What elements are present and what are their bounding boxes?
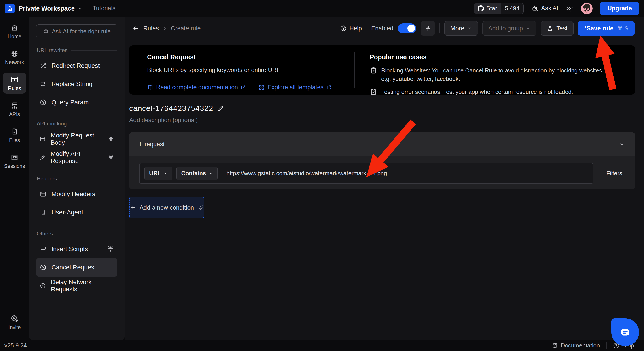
tab-tutorials[interactable]: Tutorials	[92, 5, 116, 12]
sidebar-item-invite[interactable]: Invite	[3, 312, 26, 333]
browser-window-icon	[40, 191, 46, 198]
pin-button[interactable]	[420, 21, 435, 36]
rule-type-delay-network-requests[interactable]: Delay Network Requests	[36, 276, 118, 295]
rule-type-replace-string[interactable]: Replace String	[36, 75, 118, 93]
condition-row: URL Contains https://www.gstatic.com/ais…	[129, 156, 635, 189]
back-arrow-icon[interactable]	[132, 25, 139, 32]
help-circle-icon	[340, 25, 347, 32]
rail-label: Files	[9, 137, 20, 143]
rule-type-modify-headers[interactable]: Modify Headers	[36, 185, 118, 203]
robot-icon	[43, 28, 49, 34]
sidebar-item-apis[interactable]: APIs	[3, 98, 26, 120]
server-icon	[11, 102, 18, 109]
enabled-toggle[interactable]	[398, 24, 416, 33]
rule-type-redirect-request[interactable]: Redirect Request	[36, 56, 118, 75]
help-label: Help	[350, 25, 362, 32]
save-shortcut: ⌘ S	[617, 25, 628, 32]
breadcrumb-rules[interactable]: Rules	[143, 25, 159, 32]
shuffle-icon	[40, 62, 46, 69]
explore-templates-label: Explore all templates	[268, 84, 324, 91]
clipboard-check-icon	[370, 88, 377, 96]
if-request-card: If request URL Contains https://www.gsta…	[129, 132, 635, 189]
more-label: More	[450, 25, 464, 32]
rule-type-label: Modify Headers	[52, 190, 95, 198]
add-new-condition-button[interactable]: Add a new condition	[129, 197, 204, 218]
banner-title: Cancel Request	[147, 54, 346, 61]
rule-description-placeholder[interactable]: Add description (optional)	[129, 117, 635, 124]
sidebar-item-sessions[interactable]: Sessions	[3, 150, 26, 172]
source-key-dropdown[interactable]: URL	[144, 166, 172, 180]
section-url-rewrites: URL rewrites	[37, 47, 117, 54]
premium-gem-icon	[107, 246, 114, 252]
documentation-label: Documentation	[561, 342, 600, 349]
external-link-icon	[326, 85, 332, 90]
home-icon	[11, 24, 18, 32]
rule-type-modify-api-response[interactable]: Modify API Response	[36, 148, 118, 166]
chat-message-icon	[619, 326, 632, 339]
url-value-input[interactable]: https://www.gstatic.com/aistudio/waterma…	[226, 170, 387, 177]
operator-dropdown[interactable]: Contains	[176, 166, 217, 180]
toolbar-divider	[440, 24, 440, 33]
github-icon	[478, 5, 484, 12]
github-star-widget[interactable]: Star 5,494	[474, 3, 524, 14]
edit-rule-name-icon[interactable]	[218, 105, 224, 112]
help-button[interactable]: Help	[340, 25, 362, 32]
test-button[interactable]: Test	[541, 21, 574, 36]
gear-icon[interactable]	[566, 5, 573, 12]
user-avatar[interactable]	[581, 3, 592, 14]
sidebar-item-network[interactable]: Network	[3, 47, 26, 68]
rule-type-label: Modify API Response	[50, 150, 103, 164]
pencil-icon	[40, 154, 46, 161]
layout-icon	[40, 136, 46, 142]
rail-label: Invite	[8, 324, 21, 330]
collapse-chevron-icon[interactable]	[619, 141, 625, 147]
swap-arrows-icon	[40, 81, 46, 88]
editor-toolbar: Rules Create rule Help Enabled More Add …	[124, 17, 644, 40]
rail-label: APIs	[9, 111, 20, 117]
sidebar-item-files[interactable]: Files	[3, 124, 26, 146]
premium-gem-icon	[198, 204, 204, 211]
save-label: Save rule	[586, 25, 613, 32]
rail-label: Network	[5, 60, 24, 66]
use-case-item: Testing error scenarios: Test your app w…	[370, 88, 606, 96]
upgrade-button[interactable]: Upgrade	[600, 2, 639, 15]
rule-type-query-param[interactable]: Query Param	[36, 93, 118, 112]
rule-name[interactable]: cancel-1764423754322	[129, 104, 213, 113]
file-icon	[11, 128, 18, 135]
device-icon	[40, 209, 46, 216]
rule-type-label: Modify Request Body	[50, 132, 103, 146]
rule-type-label: Redirect Request	[52, 62, 100, 69]
workspace-lock-icon[interactable]	[5, 4, 15, 14]
sidebar-item-home[interactable]: Home	[3, 21, 26, 42]
ask-ai-rule-label: Ask AI for the right rule	[52, 28, 111, 35]
banner-description: Block URLs by specifying keywords or ent…	[147, 66, 346, 74]
workspace-chevron-down-icon[interactable]	[78, 6, 83, 11]
more-button[interactable]: More	[444, 21, 478, 36]
read-documentation-link[interactable]: Read complete documentation	[147, 84, 246, 91]
add-to-group-label: Add to group	[488, 25, 523, 32]
chevron-down-icon	[209, 171, 213, 175]
add-to-group-dropdown[interactable]: Add to group	[482, 21, 537, 36]
save-rule-button[interactable]: *Save rule ⌘ S	[578, 21, 634, 36]
explore-templates-link[interactable]: Explore all templates	[258, 84, 332, 91]
clock-icon	[40, 282, 46, 289]
rule-type-insert-scripts[interactable]: Insert Scripts	[36, 240, 118, 258]
workspace-name[interactable]: Private Workspace	[19, 5, 75, 12]
ask-ai-rule-button[interactable]: Ask AI for the right rule	[36, 24, 118, 38]
if-request-header[interactable]: If request	[129, 132, 635, 156]
plus-icon	[130, 204, 136, 211]
documentation-link[interactable]: Documentation	[552, 342, 600, 349]
rule-type-user-agent[interactable]: User-Agent	[36, 203, 118, 222]
sidebar-item-rules[interactable]: Rules	[3, 73, 26, 94]
rule-type-modify-request-body[interactable]: Modify Request Body	[36, 130, 118, 148]
rule-editor-main: Rules Create rule Help Enabled More Add …	[124, 17, 644, 340]
chat-widget-button[interactable]	[611, 318, 639, 346]
rule-type-cancel-request[interactable]: Cancel Request	[36, 258, 118, 276]
condition-input-group: URL Contains https://www.gstatic.com/ais…	[139, 163, 594, 184]
ask-ai-button[interactable]: Ask AI	[531, 5, 558, 12]
left-nav-rail: Home Network Rules APIs Files Sessions I…	[0, 17, 29, 340]
rule-type-label: User-Agent	[52, 209, 83, 216]
use-cases-title: Popular use cases	[370, 54, 606, 61]
use-case-text: Testing error scenarios: Test your app w…	[381, 88, 573, 96]
filters-button[interactable]: Filters	[594, 170, 635, 177]
